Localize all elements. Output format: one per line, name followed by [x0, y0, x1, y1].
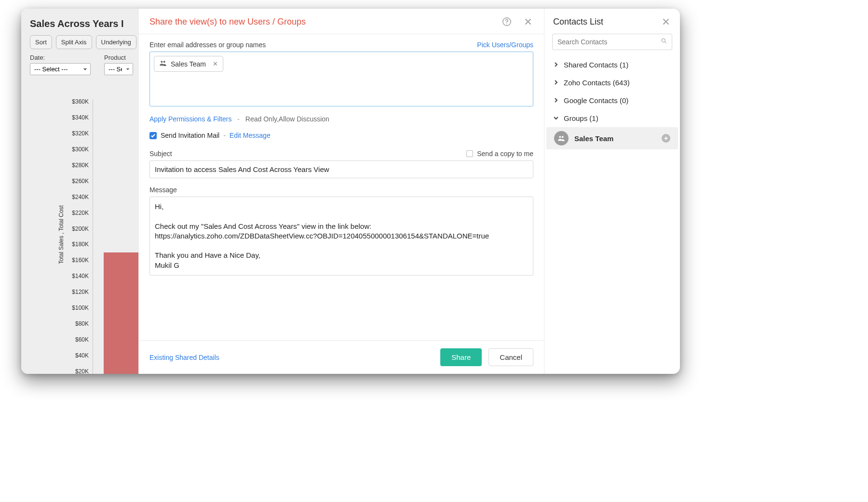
y-tick: $300K	[72, 146, 89, 153]
group-icon	[159, 59, 167, 68]
send-mail-row: Send Invitation Mail - Edit Message	[149, 132, 533, 139]
y-tick: $120K	[72, 289, 89, 295]
chart-area: Total Sales , Total Cost $20K$40K$60K$80…	[30, 95, 139, 374]
help-icon[interactable]	[502, 16, 512, 27]
contacts-group-item[interactable]: Sales Team +	[546, 127, 678, 149]
send-copy-option[interactable]: Send a copy to me	[466, 150, 533, 158]
y-tick: $220K	[72, 210, 89, 216]
contacts-group-label: Sales Team	[574, 134, 613, 143]
send-mail-checkbox[interactable]	[149, 132, 157, 139]
contacts-close-icon[interactable]	[661, 16, 671, 27]
search-icon	[661, 38, 667, 46]
y-tick: $80K	[75, 320, 89, 327]
contacts-item-groups[interactable]: Groups (1)	[544, 109, 680, 127]
modal-footer: Existing Shared Details Share Cancel	[139, 340, 544, 374]
y-tick: $20K	[75, 368, 89, 374]
permissions-row: Apply Permissions & Filters - Read Only,…	[149, 115, 533, 123]
add-icon[interactable]: +	[662, 134, 670, 143]
recipients-input[interactable]: Sales Team ✕	[149, 52, 533, 106]
svg-point-2	[662, 39, 665, 42]
existing-shared-link[interactable]: Existing Shared Details	[149, 354, 219, 361]
share-modal: Share the view(s) to new Users / Groups …	[139, 9, 544, 374]
filter-date-label: Date:	[30, 54, 91, 61]
background-report: Sales Across Years I Sort Split Axis Und…	[21, 9, 139, 374]
message-input[interactable]	[149, 197, 533, 276]
chevron-right-icon	[553, 79, 559, 87]
y-tick: $100K	[72, 304, 89, 311]
chart-plot	[93, 99, 139, 374]
recipient-chip: Sales Team ✕	[154, 56, 223, 72]
toolbar: Sort Split Axis Underlying	[30, 35, 137, 49]
y-tick: $240K	[72, 194, 89, 200]
modal-header: Share the view(s) to new Users / Groups	[139, 9, 544, 34]
contacts-search-input[interactable]	[552, 34, 672, 50]
send-mail-label: Send Invitation Mail	[161, 132, 219, 139]
underlying-button[interactable]: Underlying	[96, 35, 136, 49]
remove-chip-icon[interactable]: ✕	[213, 60, 218, 67]
y-tick: $280K	[72, 162, 89, 169]
y-tick: $180K	[72, 241, 89, 248]
subject-input[interactable]	[149, 160, 533, 178]
recipient-chip-label: Sales Team	[171, 60, 206, 68]
group-avatar-icon	[554, 131, 569, 145]
email-field-label: Enter email addresses or group names	[149, 41, 266, 49]
y-tick: $60K	[75, 336, 89, 343]
send-copy-label: Send a copy to me	[477, 150, 533, 158]
subject-label: Subject	[149, 150, 172, 158]
y-tick: $40K	[75, 352, 89, 359]
app-window: Sales Across Years I Sort Split Axis Und…	[21, 9, 680, 374]
filter-date-select[interactable]: --- Select ---	[30, 63, 91, 75]
send-copy-checkbox[interactable]	[466, 150, 473, 157]
contacts-title: Contacts List	[553, 17, 603, 27]
chart-bar	[104, 252, 138, 374]
chevron-right-icon	[553, 96, 559, 105]
close-icon[interactable]	[523, 16, 533, 27]
y-tick: $140K	[72, 273, 89, 279]
chevron-right-icon	[553, 61, 559, 69]
cancel-button[interactable]: Cancel	[488, 348, 533, 366]
chart-y-axis: $20K$40K$60K$80K$100K$120K$140K$160K$180…	[57, 98, 92, 374]
filter-product-label: Product	[104, 54, 133, 61]
svg-point-1	[506, 24, 507, 25]
contacts-list: Shared Contacts (1) Zoho Contacts (643) …	[544, 55, 680, 152]
filters-row: Date: --- Select --- Product --- Sele	[30, 54, 137, 75]
modal-body: Enter email addresses or group names Pic…	[139, 34, 544, 340]
y-tick: $340K	[72, 114, 89, 121]
page-title: Sales Across Years I	[30, 18, 137, 29]
chevron-down-icon	[553, 114, 559, 122]
message-label: Message	[149, 186, 533, 194]
filter-date: Date: --- Select ---	[30, 54, 91, 75]
y-tick: $200K	[72, 225, 89, 232]
y-tick: $360K	[72, 98, 89, 105]
contacts-item-google[interactable]: Google Contacts (0)	[544, 92, 680, 109]
apply-permissions-link[interactable]: Apply Permissions & Filters	[149, 115, 231, 123]
contacts-item-shared[interactable]: Shared Contacts (1)	[544, 56, 680, 74]
permissions-summary: Read Only,Allow Discussion	[245, 115, 329, 123]
share-button[interactable]: Share	[440, 348, 482, 366]
modal-title: Share the view(s) to new Users / Groups	[149, 17, 306, 27]
edit-message-link[interactable]: Edit Message	[230, 132, 271, 139]
sort-button[interactable]: Sort	[30, 35, 52, 49]
y-tick: $320K	[72, 130, 89, 137]
pick-users-link[interactable]: Pick Users/Groups	[477, 41, 533, 49]
contacts-item-zoho[interactable]: Zoho Contacts (643)	[544, 74, 680, 92]
y-tick: $260K	[72, 178, 89, 185]
split-axis-button[interactable]: Split Axis	[56, 35, 92, 49]
filter-product: Product --- Sele	[104, 54, 133, 75]
contacts-panel: Contacts List Shared Contacts (1) Zoho C…	[544, 9, 680, 374]
filter-product-select[interactable]: --- Sele	[104, 63, 133, 75]
y-tick: $160K	[72, 257, 89, 264]
